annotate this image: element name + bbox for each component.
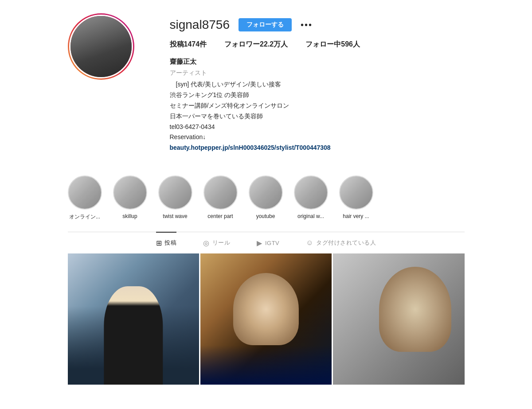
highlight-item-6[interactable]: original w... (294, 175, 328, 221)
highlight-label-4: center part (207, 213, 233, 219)
highlight-label-3: twist wave (163, 213, 187, 219)
following-stat[interactable]: フォロー中596人 (305, 40, 360, 49)
highlight-circle-1 (68, 175, 102, 210)
page-container: signal8756 フォローする ••• 投稿1474件 フォロワー22.2万… (59, 0, 473, 385)
bio-text: [syn] 代表/美しいデザイン/美しい接客 渋谷ランキング1位 の美容師 セミ… (170, 79, 465, 153)
more-button[interactable]: ••• (301, 20, 313, 30)
highlight-label-6: original w... (297, 213, 324, 219)
highlight-label-7: hair very ... (343, 213, 369, 219)
highlight-circle-7 (339, 175, 373, 210)
highlight-item-5[interactable]: youtube (249, 175, 283, 221)
tab-タグ付けされている人[interactable]: ☺タグ付けされている人 (306, 232, 376, 253)
tab-リール[interactable]: ◎リール (203, 232, 230, 253)
highlight-circle-3 (158, 175, 192, 210)
highlight-label-1: オンライン... (69, 213, 100, 221)
stats-row: 投稿1474件 フォロワー22.2万人 フォロー中596人 (170, 40, 465, 49)
highlight-circle-2 (113, 175, 147, 210)
photo-cell-1[interactable] (68, 253, 199, 385)
highlights-section: オンライン...skilluptwist wavecenter partyout… (68, 167, 465, 232)
tab-icon-3: ☺ (306, 239, 313, 247)
tab-label-0: 投稿 (164, 239, 176, 247)
tabs-section: ⊞投稿◎リール▶IGTV☺タグ付けされている人 (68, 232, 465, 253)
username: signal8756 (170, 18, 230, 32)
highlight-item-1[interactable]: オンライン... (68, 175, 102, 221)
highlight-circle-5 (249, 175, 283, 210)
profile-info: signal8756 フォローする ••• 投稿1474件 フォロワー22.2万… (170, 13, 465, 153)
highlight-item-3[interactable]: twist wave (158, 175, 192, 221)
tab-label-2: IGTV (265, 240, 279, 246)
avatar-image (70, 16, 132, 77)
highlight-item-4[interactable]: center part (203, 175, 238, 221)
posts-stat: 投稿1474件 (170, 40, 207, 49)
bio-title: アーティスト (170, 68, 465, 78)
tab-label-3: タグ付けされている人 (316, 239, 376, 247)
tab-投稿[interactable]: ⊞投稿 (156, 232, 177, 253)
highlight-label-5: youtube (256, 213, 275, 219)
highlight-item-7[interactable]: hair very ... (339, 175, 373, 221)
bio-link[interactable]: beauty.hotpepper.jp/slnH000346025/stylis… (170, 144, 331, 151)
highlight-circle-4 (203, 175, 238, 210)
avatar-wrapper (68, 13, 134, 80)
tab-icon-2: ▶ (257, 239, 262, 247)
followers-stat[interactable]: フォロワー22.2万人 (224, 40, 288, 49)
highlight-item-2[interactable]: skillup (113, 175, 147, 221)
highlight-label-2: skillup (122, 213, 137, 219)
tab-icon-0: ⊞ (156, 239, 162, 247)
follow-button[interactable]: フォローする (239, 18, 292, 31)
tab-label-1: リール (212, 239, 231, 247)
photo-cell-2[interactable] (200, 253, 332, 385)
highlight-circle-6 (294, 175, 328, 210)
avatar (69, 15, 133, 78)
photo-grid (68, 253, 465, 385)
photo-cell-3[interactable] (333, 253, 464, 385)
profile-top-row: signal8756 フォローする ••• (170, 18, 465, 32)
tab-icon-1: ◎ (203, 239, 210, 247)
bio-section: 齋藤正太 アーティスト [syn] 代表/美しいデザイン/美しい接客 渋谷ランキ… (170, 56, 465, 153)
tab-IGTV[interactable]: ▶IGTV (257, 232, 279, 253)
profile-header: signal8756 フォローする ••• 投稿1474件 フォロワー22.2万… (68, 13, 465, 153)
bio-name: 齋藤正太 (170, 56, 465, 67)
